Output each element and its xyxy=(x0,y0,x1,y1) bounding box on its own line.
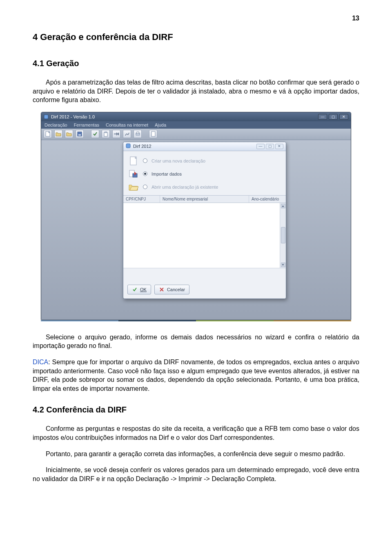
ok-button[interactable]: OK xyxy=(127,285,151,294)
embedded-screenshot: Dirf 2012 - Versão 1.0 — ▢ ✕ Declaração … xyxy=(33,112,359,321)
grid-scrollbar[interactable]: ▲ ▼ xyxy=(280,203,286,268)
toolbar-transmit-icon[interactable] xyxy=(112,130,120,138)
window-controls: — ▢ ✕ xyxy=(318,114,348,120)
radio-import[interactable] xyxy=(143,172,147,176)
menu-ajuda[interactable]: Ajuda xyxy=(155,123,166,127)
ok-button-label: OK xyxy=(140,287,147,292)
cancel-icon xyxy=(159,287,165,292)
tip-label: DICA xyxy=(33,359,48,365)
document-page: 13 4 Geração e conferência da DIRF 4.1 G… xyxy=(0,0,392,507)
option-create-declaration[interactable]: Criar uma nova declaração xyxy=(128,154,281,167)
menu-bar: Declaração Ferramentas Consultas na inte… xyxy=(41,121,351,129)
paragraph-after-screenshot: Selecione o arquivo gerado, informe os d… xyxy=(33,333,359,350)
dialog-titlebar: Dirf 2012 — ▢ ✕ xyxy=(123,142,286,151)
folder-open-icon xyxy=(128,182,139,192)
paragraph-geracao-intro: Após a parametrização das telas de filtr… xyxy=(33,78,359,105)
dialog-window: Dirf 2012 — ▢ ✕ Cria xyxy=(123,142,286,299)
option-import-data[interactable]: Importar dados xyxy=(128,167,281,181)
heading-section-4: 4 Geração e conferência da DIRF xyxy=(33,32,359,42)
option-open-label: Abrir uma declaração já existente xyxy=(151,185,218,189)
cancel-button[interactable]: Cancelar xyxy=(154,285,189,294)
import-icon xyxy=(128,169,139,179)
paragraph-42-a: Conforme as perguntas e respostas do sit… xyxy=(33,424,359,442)
dialog-maximize-button[interactable]: ▢ xyxy=(266,144,274,149)
toolbar-sign-icon[interactable] xyxy=(123,130,131,138)
option-create-label: Criar uma nova declaração xyxy=(151,158,205,163)
option-open-existing[interactable]: Abrir uma declaração já existente xyxy=(128,181,281,194)
app-window: Dirf 2012 - Versão 1.0 — ▢ ✕ Declaração … xyxy=(41,112,351,320)
col-nome: Nome/Nome empresarial xyxy=(160,196,249,203)
toolbar-new-icon[interactable] xyxy=(44,130,52,138)
menu-declaracao[interactable]: Declaração xyxy=(45,123,67,127)
radio-open[interactable] xyxy=(143,185,147,189)
app-client-area: Dirf 2012 — ▢ ✕ Cria xyxy=(41,140,351,320)
paragraph-42-c: Inicialmente, se você deseja conferir os… xyxy=(33,466,359,483)
app-titlebar: Dirf 2012 - Versão 1.0 — ▢ ✕ xyxy=(41,112,351,121)
heading-section-4-1: 4.1 Geração xyxy=(33,59,359,68)
close-button[interactable]: ✕ xyxy=(339,114,348,120)
dialog-close-button[interactable]: ✕ xyxy=(275,144,283,149)
toolbar-doc-icon[interactable] xyxy=(149,130,157,138)
svg-rect-8 xyxy=(137,132,139,134)
tip-paragraph: DICA: Sempre que for importar o arquivo … xyxy=(33,358,359,393)
option-import-label: Importar dados xyxy=(151,172,182,176)
minimize-button[interactable]: — xyxy=(318,114,327,120)
grid-body: ▲ ▼ xyxy=(123,203,286,268)
svg-rect-0 xyxy=(44,115,48,119)
app-title: Dirf 2012 - Versão 1.0 xyxy=(51,114,95,119)
radio-create[interactable] xyxy=(143,158,147,163)
check-icon xyxy=(132,287,138,292)
toolbar-clipboard-icon[interactable] xyxy=(102,130,110,138)
document-icon xyxy=(128,156,139,166)
svg-rect-5 xyxy=(105,131,107,133)
maximize-button[interactable]: ▢ xyxy=(329,114,338,120)
toolbar-check-icon[interactable] xyxy=(91,130,99,138)
scroll-thumb[interactable] xyxy=(281,227,285,243)
svg-rect-9 xyxy=(151,131,155,136)
grid-header: CPF/CNPJ Nome/Nome empresarial Ano-calen… xyxy=(123,195,286,203)
svg-rect-3 xyxy=(78,134,81,136)
dialog-app-icon xyxy=(126,143,131,149)
toolbar-save-icon[interactable] xyxy=(76,130,84,138)
menu-consultas[interactable]: Consultas na internet xyxy=(106,123,148,127)
tip-text: : Sempre que for importar o arquivo da D… xyxy=(33,359,359,392)
svg-rect-6 xyxy=(118,133,119,135)
toolbar-print-icon[interactable] xyxy=(134,130,142,138)
decorative-strip xyxy=(41,320,351,321)
menu-ferramentas[interactable]: Ferramentas xyxy=(74,123,99,127)
dialog-title: Dirf 2012 xyxy=(133,144,151,149)
dialog-options-group: Criar uma nova declaração Importar dados xyxy=(123,151,286,195)
cancel-button-label: Cancelar xyxy=(167,287,185,292)
toolbar-open2-icon[interactable] xyxy=(65,130,73,138)
scroll-down-icon[interactable]: ▼ xyxy=(281,263,285,267)
page-number: 13 xyxy=(33,15,359,22)
dialog-window-controls: — ▢ ✕ xyxy=(256,144,283,149)
col-ano: Ano-calendário xyxy=(249,196,286,203)
svg-rect-10 xyxy=(126,144,130,148)
toolbar xyxy=(41,129,351,140)
paragraph-42-b: Portanto, para garantir a geração corret… xyxy=(33,450,359,459)
dialog-button-bar: OK Cancelar xyxy=(127,285,189,294)
scroll-up-icon[interactable]: ▲ xyxy=(281,204,285,208)
col-cpf-cnpj: CPF/CNPJ xyxy=(123,196,160,203)
toolbar-open-icon[interactable] xyxy=(54,130,62,138)
heading-section-4-2: 4.2 Conferência da DIRF xyxy=(33,405,359,415)
dialog-minimize-button[interactable]: — xyxy=(256,144,265,149)
app-icon xyxy=(44,114,49,119)
